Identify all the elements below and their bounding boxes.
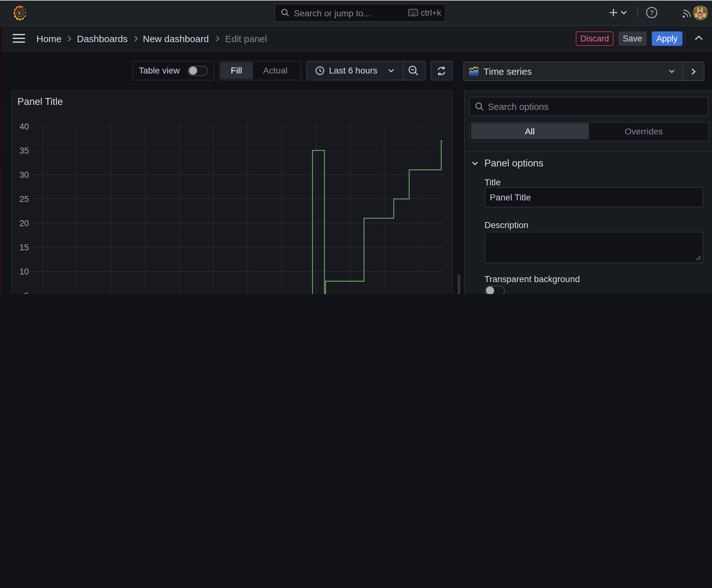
- svg-text:25: 25: [19, 194, 29, 204]
- svg-text:5: 5: [24, 291, 29, 294]
- svg-text:30: 30: [19, 170, 29, 180]
- svg-text:35: 35: [19, 146, 29, 155]
- svg-text:40: 40: [19, 122, 29, 131]
- svg-text:?: ?: [650, 9, 654, 17]
- svg-text:20: 20: [19, 218, 29, 228]
- svg-text:15: 15: [19, 243, 29, 252]
- svg-text:10: 10: [19, 267, 29, 276]
